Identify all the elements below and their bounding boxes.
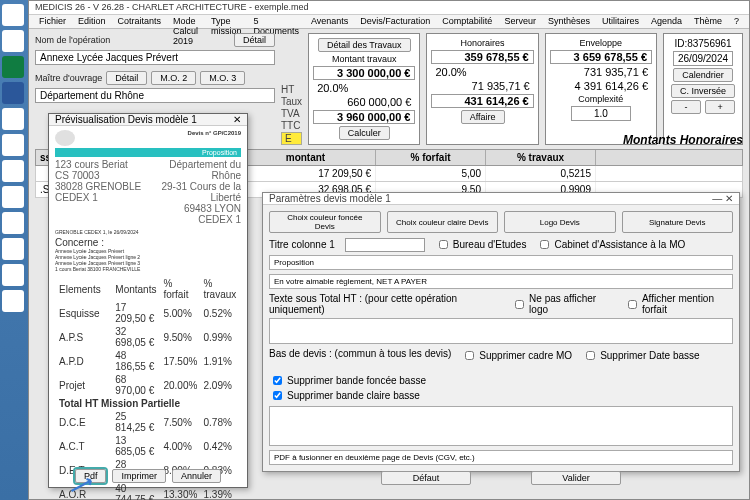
cab-checkbox[interactable]: Cabinet d'Assistance à la MO bbox=[536, 237, 685, 252]
params-dialog: Paramètres devis modèle 1 — ✕ Choix coul… bbox=[262, 192, 740, 472]
montant-travaux-value[interactable]: 3 300 000,00 € bbox=[313, 66, 415, 80]
menu-edition[interactable]: Edition bbox=[72, 15, 112, 28]
mo2-button[interactable]: M.O. 2 bbox=[151, 71, 196, 85]
titre-col-label: Titre colonne 1 bbox=[269, 239, 335, 250]
complexite-value[interactable]: 1.0 bbox=[571, 106, 631, 121]
dept-input[interactable]: Département du Rhône bbox=[35, 88, 275, 103]
desktop-icon[interactable] bbox=[2, 186, 24, 208]
honoraires-title: Honoraires bbox=[461, 38, 505, 48]
preview-dialog-title: Prévisualisation Devis modèle 1 bbox=[55, 114, 197, 125]
couleur-claire-button[interactable]: Choix couleur claire Devis bbox=[387, 211, 499, 233]
proposition-input[interactable]: Proposition bbox=[269, 255, 733, 270]
operation-label: Nom de l'opération bbox=[35, 35, 110, 45]
hono-v1: 359 678,55 € bbox=[431, 50, 533, 64]
mo3-button[interactable]: M.O. 3 bbox=[200, 71, 245, 85]
montants-honoraires-label: Montants Honoraires bbox=[623, 133, 743, 147]
logo-button[interactable]: Logo Devis bbox=[504, 211, 616, 233]
menu-syntheses[interactable]: Synthèses bbox=[542, 15, 596, 28]
menu-avenants[interactable]: Avenants bbox=[305, 15, 354, 28]
env-v1: 3 659 678,55 € bbox=[550, 50, 652, 64]
sth-textarea[interactable] bbox=[269, 318, 733, 344]
supdate-checkbox[interactable]: Supprimer Date basse bbox=[582, 348, 700, 363]
desktop-icon[interactable] bbox=[2, 212, 24, 234]
montant-travaux-label: Montant travaux bbox=[332, 54, 397, 64]
forfait-checkbox[interactable]: Afficher mention forfait bbox=[624, 293, 733, 315]
menu-modecalcul[interactable]: Mode Calcul 2019 bbox=[167, 15, 205, 28]
taux-label: Taux bbox=[281, 96, 302, 107]
menu-devis[interactable]: Devis/Facturation bbox=[354, 15, 436, 28]
supf-checkbox[interactable]: Supprimer bande foncée basse bbox=[269, 373, 426, 388]
titre-col-input[interactable] bbox=[345, 238, 425, 252]
menu-serveur[interactable]: Serveur bbox=[498, 15, 542, 28]
menu-documents[interactable]: 5 Documents bbox=[247, 15, 305, 28]
desktop-icon[interactable] bbox=[2, 56, 24, 78]
env-v3: 4 391 614,26 € bbox=[550, 80, 652, 92]
detail-button[interactable]: Détail bbox=[234, 33, 275, 47]
menubar: Fichier Edition Cotraitants Mode Calcul … bbox=[29, 15, 749, 29]
cinversee-button[interactable]: C. Inversée bbox=[671, 84, 735, 98]
menu-fichier[interactable]: Fichier bbox=[33, 15, 72, 28]
desktop-sidebar bbox=[0, 0, 28, 500]
desktop-icon[interactable] bbox=[2, 264, 24, 286]
taux-value: 20.0% bbox=[313, 82, 415, 94]
pdf-fusion-input[interactable]: PDF à fusionner en deuxième page de Devi… bbox=[269, 450, 733, 465]
menu-typemission[interactable]: Type mission bbox=[205, 15, 248, 28]
menu-compta[interactable]: Comptabilité bbox=[436, 15, 498, 28]
close-icon[interactable]: ✕ bbox=[725, 193, 733, 204]
desktop-icon[interactable] bbox=[2, 160, 24, 182]
defaut-button[interactable]: Défaut bbox=[381, 471, 471, 485]
hono-v4: 431 614,26 € bbox=[431, 94, 533, 108]
detail-travaux-button[interactable]: Détail des Travaux bbox=[318, 38, 411, 52]
menu-agenda[interactable]: Agenda bbox=[645, 15, 688, 28]
env-title: Enveloppe bbox=[580, 38, 623, 48]
reglement-input[interactable]: En votre aimable règlement, NET A PAYER bbox=[269, 274, 733, 289]
hono-v3: 71 935,71 € bbox=[431, 80, 533, 92]
ht-label: HT bbox=[281, 84, 302, 95]
signature-button[interactable]: Signature Devis bbox=[622, 211, 734, 233]
bas-textarea[interactable] bbox=[269, 406, 733, 446]
hono-v2: 20.0% bbox=[431, 66, 533, 78]
devis-number: Devis n° GP/C2019 bbox=[188, 130, 241, 146]
travaux-v2: 3 960 000,00 € bbox=[313, 110, 415, 124]
id-value: 83756961 bbox=[687, 38, 732, 49]
valider-button[interactable]: Valider bbox=[531, 471, 621, 485]
supc-checkbox[interactable]: Supprimer bande claire basse bbox=[269, 388, 426, 403]
calculer-button[interactable]: Calculer bbox=[339, 126, 390, 140]
annuler-button[interactable]: Annuler bbox=[172, 469, 221, 483]
arrow-annotation bbox=[70, 476, 100, 494]
travaux-v1: 660 000,00 € bbox=[313, 96, 415, 108]
calendrier-button[interactable]: Calendrier bbox=[673, 68, 733, 82]
date-value[interactable]: 26/09/2024 bbox=[673, 51, 733, 66]
desktop-icon[interactable] bbox=[2, 30, 24, 52]
id-card: ID:83756961 26/09/2024 Calendrier C. Inv… bbox=[663, 33, 743, 145]
nologo-checkbox[interactable]: Ne pas afficher logo bbox=[511, 293, 610, 315]
menu-theme[interactable]: Thème bbox=[688, 15, 728, 28]
window-title: MEDICIS 26 - V 26.28 - CHARLET ARCHITECT… bbox=[29, 1, 749, 15]
id-label: ID: bbox=[674, 38, 687, 49]
minus-button[interactable]: - bbox=[671, 100, 701, 114]
e-badge: E bbox=[281, 132, 302, 145]
supmo-checkbox[interactable]: Supprimer cadre MO bbox=[461, 348, 572, 363]
travaux-card: Détail des Travaux Montant travaux 3 300… bbox=[308, 33, 420, 145]
plus-button[interactable]: + bbox=[705, 100, 735, 114]
close-icon[interactable]: ✕ bbox=[233, 114, 241, 125]
desktop-icon[interactable] bbox=[2, 108, 24, 130]
affaire-button[interactable]: Affaire bbox=[461, 110, 505, 124]
operation-input[interactable]: Annexe Lycée Jacques Prévert bbox=[35, 50, 275, 65]
bet-checkbox[interactable]: Bureau d'Etudes bbox=[435, 237, 527, 252]
complexite-label: Complexité bbox=[578, 94, 623, 104]
desktop-icon[interactable] bbox=[2, 238, 24, 260]
params-dialog-title: Paramètres devis modèle 1 bbox=[269, 193, 391, 204]
desktop-icon[interactable] bbox=[2, 4, 24, 26]
desktop-icon[interactable] bbox=[2, 82, 24, 104]
desktop-icon[interactable] bbox=[2, 290, 24, 312]
minimize-icon[interactable]: — bbox=[712, 193, 722, 204]
mo-detail-button[interactable]: Détail bbox=[106, 71, 147, 85]
imprimer-button[interactable]: Imprimer bbox=[112, 469, 166, 483]
menu-utilitaires[interactable]: Utilitaires bbox=[596, 15, 645, 28]
couleur-foncee-button[interactable]: Choix couleur foncée Devis bbox=[269, 211, 381, 233]
menu-help[interactable]: ? bbox=[728, 15, 745, 28]
env-v2: 731 935,71 € bbox=[550, 66, 652, 78]
menu-cotraitants[interactable]: Cotraitants bbox=[112, 15, 168, 28]
desktop-icon[interactable] bbox=[2, 134, 24, 156]
